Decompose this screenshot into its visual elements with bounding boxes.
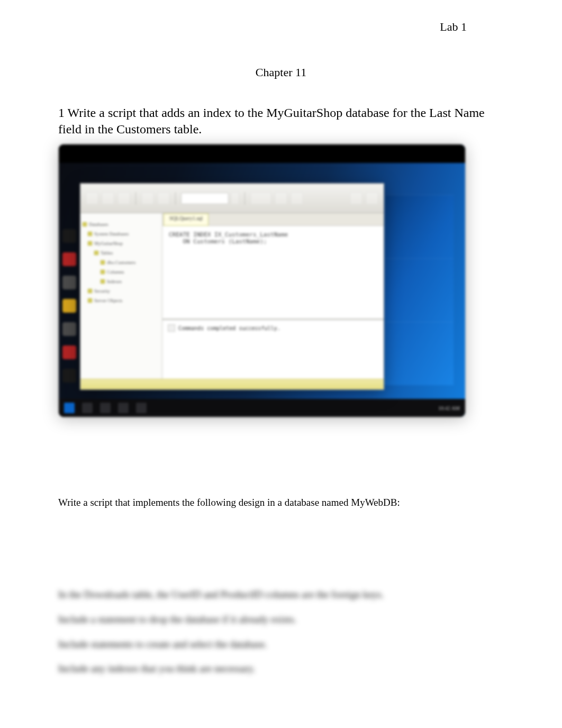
ssms-body: Databases System Databases MyGuitarShop … xyxy=(80,213,384,379)
taskbar-icon[interactable] xyxy=(82,403,93,413)
desktop-dock xyxy=(59,181,80,383)
toolbar-button[interactable] xyxy=(275,192,287,205)
toolbar-separator xyxy=(244,192,245,205)
sql-editor[interactable]: CREATE INDEX IX_Customers_LastName ON Cu… xyxy=(162,226,384,319)
execute-button[interactable] xyxy=(250,192,271,205)
taskbar-icon[interactable] xyxy=(100,403,111,413)
results-message: Commands completed successfully. xyxy=(178,325,280,331)
toolbar-button[interactable] xyxy=(291,192,303,205)
taskbar-clock: 10:42 AM xyxy=(438,405,460,411)
app-titlebar xyxy=(59,144,465,163)
messages-tab-icon[interactable] xyxy=(168,324,175,332)
editor-tab-strip: SQLQuery1.sql xyxy=(162,213,384,226)
toolbar-separator xyxy=(175,192,176,205)
dock-icon[interactable] xyxy=(62,276,76,289)
blurred-line: Include any indexes that you think are n… xyxy=(58,662,504,676)
object-explorer-tree[interactable]: Databases System Databases MyGuitarShop … xyxy=(83,217,160,305)
toolbar-button[interactable] xyxy=(117,192,130,205)
blurred-line: Include a statement to drop the database… xyxy=(58,613,504,627)
tree-node-label: Databases xyxy=(89,220,108,229)
start-button[interactable] xyxy=(64,403,75,413)
dock-icon[interactable] xyxy=(62,369,76,383)
results-panel: Commands completed successfully. xyxy=(162,320,384,379)
ssms-status-bar xyxy=(80,379,384,389)
tree-node-label: Tables xyxy=(101,248,113,258)
toolbar-button[interactable] xyxy=(86,192,98,205)
tree-node-label: Server Objects xyxy=(94,296,122,305)
taskbar-icon[interactable] xyxy=(118,403,129,413)
ssms-toolbar xyxy=(80,184,384,213)
tree-node-label: System Databases xyxy=(94,229,129,239)
toolbar-button[interactable] xyxy=(157,192,170,205)
editor-tab-label: SQLQuery1.sql xyxy=(169,215,203,221)
tree-node-label: Indexes xyxy=(107,277,122,286)
database-selector[interactable] xyxy=(181,192,239,205)
tree-node-label: MyGuitarShop xyxy=(94,239,123,248)
dock-icon[interactable] xyxy=(62,299,76,313)
toolbar-button[interactable] xyxy=(366,192,378,205)
embedded-screenshot: Databases System Databases MyGuitarShop … xyxy=(58,144,466,417)
blurred-line: Include statements to create and select … xyxy=(58,638,504,652)
blurred-line: In the Downloads table, the UserID and P… xyxy=(58,588,504,602)
question-1-text: 1 Write a script that adds an index to t… xyxy=(58,105,504,138)
toolbar-button[interactable] xyxy=(102,192,114,205)
editor-tab[interactable]: SQLQuery1.sql xyxy=(164,213,209,226)
tree-node-label: Security xyxy=(94,286,110,296)
obscured-content-block: In the Downloads table, the UserID and P… xyxy=(58,588,504,676)
dock-icon[interactable] xyxy=(62,345,76,359)
ssms-window: Databases System Databases MyGuitarShop … xyxy=(80,183,384,390)
dock-icon[interactable] xyxy=(62,229,76,243)
page-header-label: Lab 1 xyxy=(58,20,504,34)
dock-icon[interactable] xyxy=(62,252,76,266)
dock-icon[interactable] xyxy=(62,322,76,336)
question-2-intro: Write a script that implements the follo… xyxy=(58,497,504,508)
tree-node-label: Columns xyxy=(107,267,124,277)
object-explorer-panel: Databases System Databases MyGuitarShop … xyxy=(80,213,162,379)
toolbar-button[interactable] xyxy=(141,192,154,205)
editor-area: SQLQuery1.sql CREATE INDEX IX_Customers_… xyxy=(162,213,384,379)
sql-text: CREATE INDEX IX_Customers_LastName ON Cu… xyxy=(169,231,377,245)
tree-node-label: dbo.Customers xyxy=(107,258,135,267)
desktop-wallpaper: Databases System Databases MyGuitarShop … xyxy=(59,144,465,417)
toolbar-separator xyxy=(135,192,136,205)
toolbar-button[interactable] xyxy=(350,192,362,205)
windows-taskbar: 10:42 AM xyxy=(59,399,465,417)
document-page: Lab 1 Chapter 11 1 Write a script that a… xyxy=(0,0,562,718)
windows-accent-pane xyxy=(385,195,454,385)
chapter-title: Chapter 11 xyxy=(58,66,504,79)
taskbar-icon[interactable] xyxy=(136,403,147,413)
desktop-body: Databases System Databases MyGuitarShop … xyxy=(59,163,465,399)
